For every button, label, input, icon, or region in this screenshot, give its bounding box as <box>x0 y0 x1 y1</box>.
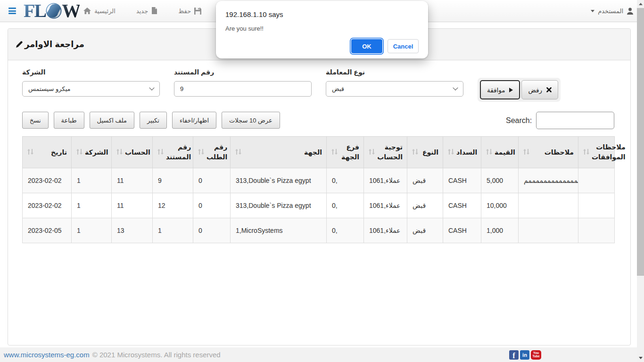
excel-file-button[interactable]: ملف اكسيل <box>90 112 135 129</box>
browser-alert-dialog: 192.168.1.10 says Are you sure!! OK Canc… <box>216 1 428 58</box>
table-cell: CASH <box>443 168 481 193</box>
orders-review-panel: مراجعة الاوامر الشركة ميكرو سيستمس رقم ا… <box>8 28 631 346</box>
chevron-down-icon <box>149 85 154 90</box>
column-header-0[interactable]: تاريخ <box>23 137 72 168</box>
website-link[interactable]: www.microsystems-eg.com <box>4 351 90 359</box>
approve-button[interactable]: موافقة <box>480 80 520 99</box>
transaction-type-select[interactable]: قبض <box>326 81 463 97</box>
page-footer: www.microsystems-eg.com © 2021 Microsyst… <box>0 347 637 362</box>
chevron-down-icon <box>453 85 458 90</box>
table-cell: 1 <box>72 168 112 193</box>
pencil-icon <box>15 40 24 49</box>
transaction-type-value: قبض <box>332 85 344 92</box>
table-header-row: تاريخالشركةالحسابرقم المستندرقم الطلبالج… <box>23 137 615 168</box>
x-icon <box>546 87 552 92</box>
column-header-12[interactable]: ملاحظات الموافقات <box>578 137 615 168</box>
column-header-3[interactable]: رقم المستند <box>153 137 193 168</box>
column-header-label: السداد <box>456 148 477 157</box>
sort-icon <box>116 148 123 156</box>
print-button[interactable]: طباعة <box>54 112 84 129</box>
vertical-scrollbar[interactable] <box>637 0 644 362</box>
column-header-2[interactable]: الحساب <box>112 137 153 168</box>
sort-icon <box>198 148 205 156</box>
column-header-9[interactable]: السداد <box>443 137 481 168</box>
table-cell: قبض <box>407 193 443 218</box>
nav-item-save[interactable]: حفظ <box>178 8 201 15</box>
column-header-label: فرع الجهة <box>340 142 359 162</box>
logo-swirl-icon <box>45 2 62 19</box>
reject-button[interactable]: رفض <box>521 80 558 99</box>
user-menu-label: المستخدم <box>598 8 623 15</box>
column-header-5[interactable]: الجهة <box>231 137 327 168</box>
table-cell <box>519 193 578 218</box>
nav-item-new[interactable]: جديد <box>136 7 157 15</box>
new-document-icon <box>151 7 157 15</box>
flow-logo[interactable]: FL W <box>24 1 80 20</box>
column-header-7[interactable]: توجية الحساب <box>364 137 407 168</box>
column-header-label: الجهة <box>244 148 322 157</box>
sort-icon <box>412 148 419 156</box>
chevron-down-icon <box>591 10 594 12</box>
table-cell: 0, <box>327 168 364 193</box>
show-10-records-button[interactable]: عرض 10 سجلات <box>222 112 280 129</box>
table-cell: 2023-02-02 <box>23 193 72 218</box>
table-cell: قبض <box>407 168 443 193</box>
table-row[interactable]: 2023-02-02111120313,Double`s Pizza egypt… <box>23 193 615 218</box>
column-header-4[interactable]: رقم الطلب <box>193 137 231 168</box>
approve-button-label: موافقة <box>487 86 505 94</box>
scroll-up-arrow-icon[interactable] <box>639 3 643 5</box>
column-header-label: القيمة <box>495 148 515 157</box>
dialog-title: 192.168.1.10 says <box>225 10 419 18</box>
logo-text-left: FL <box>24 1 46 20</box>
search-box: Search: <box>506 112 614 129</box>
cancel-button[interactable]: Cancel <box>388 39 419 53</box>
facebook-icon[interactable]: f <box>509 350 519 360</box>
company-filter-group: الشركة ميكرو سيستمس <box>22 68 160 97</box>
column-header-label: ملاحظات <box>532 148 574 157</box>
social-links: f in You Tube <box>509 350 541 360</box>
copy-button[interactable]: نسخ <box>22 112 49 129</box>
youtube-icon[interactable]: You Tube <box>531 350 541 360</box>
linkedin-icon[interactable]: in <box>520 350 529 360</box>
table-row[interactable]: 2023-02-05113101,MicroSystems0,1061,عملا… <box>23 218 615 243</box>
transaction-type-label: نوع المعاملة <box>326 68 463 76</box>
play-icon <box>509 88 513 92</box>
table-cell: 1061,عملاء <box>364 218 407 243</box>
transaction-type-group: نوع المعاملة قبض <box>326 68 463 97</box>
show-hide-button[interactable]: اظهار/اخفاء <box>172 112 216 129</box>
dialog-buttons: OK Cancel <box>225 39 419 53</box>
search-input[interactable] <box>536 112 614 129</box>
column-header-label: رقم الطلب <box>206 142 227 162</box>
user-menu[interactable]: المستخدم <box>591 0 634 22</box>
sort-icon <box>486 148 493 156</box>
table-cell: 2023-02-02 <box>23 168 72 193</box>
table-row[interactable]: 2023-02-0211190313,Double`s Pizza egypt0… <box>23 168 615 193</box>
table-cell: 0 <box>193 168 231 193</box>
column-header-label: توجية الحساب <box>377 142 403 162</box>
company-select[interactable]: ميكرو سيستمس <box>22 81 160 97</box>
table-cell: 313,Double`s Pizza egypt <box>231 193 327 218</box>
column-header-8[interactable]: النوع <box>407 137 443 168</box>
column-header-11[interactable]: ملاحظات <box>519 137 578 168</box>
company-select-value: ميكرو سيستمس <box>28 85 71 92</box>
table-cell: 1,000 <box>481 218 519 243</box>
document-number-input[interactable] <box>174 81 312 97</box>
ok-button[interactable]: OK <box>351 39 382 53</box>
column-header-10[interactable]: القيمة <box>481 137 519 168</box>
enlarge-button[interactable]: تكبير <box>140 112 167 129</box>
table-cell: 1061,عملاء <box>364 193 407 218</box>
hamburger-menu-icon[interactable] <box>8 7 16 16</box>
scrollbar-thumb[interactable] <box>637 8 644 276</box>
table-cell: 1,MicroSystems <box>231 218 327 243</box>
logo-text-right: W <box>62 1 80 20</box>
column-header-1[interactable]: الشركة <box>72 137 112 168</box>
column-header-6[interactable]: فرع الجهة <box>327 137 364 168</box>
table-cell: 9 <box>153 168 193 193</box>
nav-item-label: الرئيسية <box>94 8 116 15</box>
table-cell: 10,000 <box>481 193 519 218</box>
nav-item-home[interactable]: الرئيسية <box>83 8 116 15</box>
sort-icon <box>368 148 375 156</box>
nav-item-label: حفظ <box>178 8 191 15</box>
search-label: Search: <box>506 116 532 125</box>
scroll-down-arrow-icon[interactable] <box>639 357 643 359</box>
